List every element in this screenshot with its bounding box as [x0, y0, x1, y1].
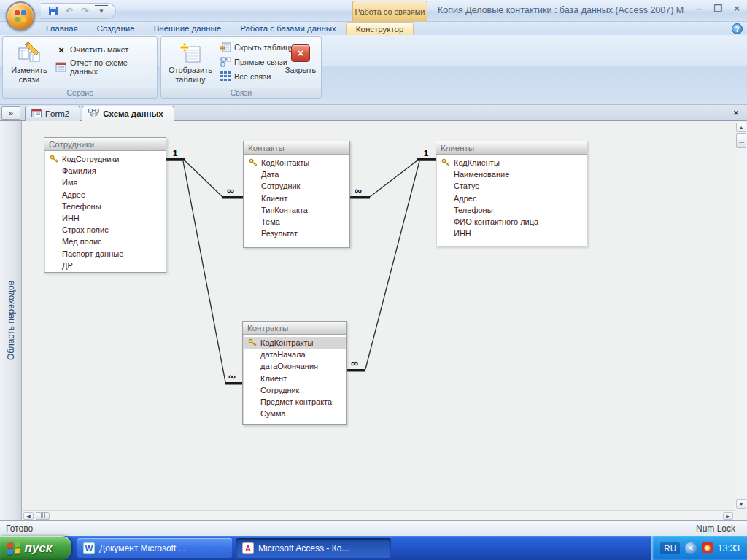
all-relationships-icon: [220, 71, 231, 82]
field-row[interactable]: Статус: [436, 180, 587, 192]
group-label-svyazi: Связи: [161, 88, 321, 98]
field-row[interactable]: Клиент: [244, 192, 349, 204]
taskbar-task-word[interactable]: WДокумент Microsoft ...: [77, 538, 232, 558]
field-row[interactable]: Сотрудник: [243, 384, 346, 396]
field-row[interactable]: Телефоны: [436, 204, 587, 216]
field-row[interactable]: КодКонтакты: [244, 157, 349, 168]
ribbon-tab-2[interactable]: Создание: [88, 22, 144, 35]
ribbon-tab-4[interactable]: Работа с базами данных: [231, 22, 346, 35]
scroll-left-icon[interactable]: ◀: [23, 512, 34, 520]
ribbon-tab-1[interactable]: Главная: [36, 22, 88, 35]
status-text: Готово: [0, 524, 33, 534]
scroll-up-icon[interactable]: ▲: [736, 122, 746, 132]
restore-button[interactable]: ❐: [712, 3, 724, 15]
redo-icon[interactable]: ↷: [79, 5, 92, 17]
edit-relationships-label: Изменить связи: [8, 66, 50, 85]
undo-icon[interactable]: ↶: [63, 5, 76, 17]
field-name: Сумма: [260, 409, 286, 418]
table-box-Клиенты[interactable]: КлиентыКодКлиентыНаименованиеСтатусАдрес…: [436, 141, 587, 246]
show-table-button[interactable]: Отобразить таблицу: [167, 39, 214, 88]
table-title: Контракты: [243, 322, 346, 335]
horizontal-scroll-thumb[interactable]: [36, 512, 50, 520]
field-row[interactable]: Тема: [244, 216, 349, 228]
language-indicator[interactable]: RU: [660, 542, 680, 554]
field-name: Статус: [454, 182, 479, 190]
start-button[interactable]: пуск: [0, 536, 71, 560]
cardinality-many-label: ∞: [355, 184, 362, 196]
field-row[interactable]: Дата: [244, 168, 349, 180]
horizontal-scrollbar[interactable]: ◀ ▶: [22, 510, 735, 520]
taskbar-task-access[interactable]: AMicrosoft Access - Ко...: [236, 538, 391, 558]
help-icon[interactable]: ?: [732, 23, 743, 34]
document-tab-form[interactable]: Form2: [25, 106, 80, 121]
field-row[interactable]: Паспорт данные: [44, 248, 166, 260]
direct-relationships-button[interactable]: Прямые связи: [220, 55, 287, 69]
scroll-right-icon[interactable]: ▶: [723, 512, 733, 520]
table-field-list: КодКонтрактыдатаНачаладатаОкончанияКлиен…: [243, 335, 346, 419]
ribbon-tab-5[interactable]: Конструктор: [346, 22, 414, 35]
table-box-Контакты[interactable]: КонтактыКодКонтактыДатаСотрудникКлиентТи…: [243, 141, 350, 248]
field-row[interactable]: Сумма: [243, 408, 346, 419]
vertical-scroll-thumb[interactable]: [736, 133, 746, 148]
field-row[interactable]: Адрес: [436, 192, 587, 204]
field-row[interactable]: ФИО контактного лица: [436, 216, 587, 228]
field-row[interactable]: датаНачала: [243, 349, 346, 360]
ribbon-tab-3[interactable]: Внешние данные: [144, 22, 231, 35]
field-row[interactable]: Мед полис: [44, 236, 166, 247]
relationship-link-Клиенты-Контракты[interactable]: 1∞: [347, 149, 436, 372]
scroll-down-icon[interactable]: ▼: [736, 499, 746, 509]
close-button[interactable]: ×: [731, 3, 743, 15]
field-row[interactable]: КодКлиенты: [436, 157, 587, 168]
relationships-canvas[interactable]: 1∞1∞1∞1∞ СотрудникиКодСотрудникиФамилияИ…: [22, 121, 735, 510]
field-row[interactable]: Клиент: [243, 373, 346, 384]
field-row[interactable]: Имя: [44, 176, 166, 188]
office-button[interactable]: [6, 1, 35, 31]
tray-app-icon[interactable]: [702, 542, 713, 553]
field-row[interactable]: Фамилия: [44, 165, 166, 176]
save-icon[interactable]: [47, 5, 60, 17]
field-row[interactable]: Сотрудник: [244, 180, 349, 192]
field-row[interactable]: КодКонтракты: [243, 337, 346, 349]
field-row[interactable]: Страх полис: [44, 224, 166, 236]
field-row[interactable]: Результат: [244, 228, 349, 239]
relationship-link-Сотрудники-Контакты[interactable]: 1∞: [166, 149, 243, 199]
customize-qat-icon[interactable]: ▼: [95, 5, 108, 17]
table-field-list: КодКлиентыНаименованиеСтатусАдресТелефон…: [436, 155, 587, 239]
field-row[interactable]: Наименование: [436, 168, 587, 180]
tray-chevron-icon[interactable]: <: [685, 542, 697, 554]
field-row[interactable]: Адрес: [44, 189, 166, 201]
field-row[interactable]: датаОкончания: [243, 360, 346, 372]
cardinality-many-label: ∞: [227, 184, 234, 196]
nav-pane-expander-button[interactable]: »: [1, 106, 20, 120]
minimize-button[interactable]: –: [693, 3, 705, 15]
relationship-link-Клиенты-Контакты[interactable]: 1∞: [350, 149, 436, 199]
navigation-pane-collapsed[interactable]: Область переходов: [0, 121, 22, 520]
edit-relationships-button[interactable]: Изменить связи: [6, 39, 53, 88]
field-row[interactable]: Предмет контракта: [243, 396, 346, 408]
field-name: датаОкончания: [260, 362, 318, 370]
document-tab-strip: » Form2Схема данных ×: [0, 105, 747, 121]
vertical-scrollbar[interactable]: ▲ ▼: [735, 121, 747, 510]
field-row[interactable]: КодСотрудники: [44, 153, 166, 165]
table-box-Контракты[interactable]: КонтрактыКодКонтрактыдатаНачаладатаОконч…: [242, 321, 347, 425]
document-tab-relationships[interactable]: Схема данных: [82, 106, 174, 121]
task-label: Документ Microsoft ...: [99, 543, 186, 553]
field-name: Тема: [261, 217, 280, 226]
navigation-pane-title: Область переходов: [0, 121, 22, 520]
access-icon: A: [242, 542, 254, 554]
clear-layout-button[interactable]: × Очистить макет: [55, 43, 128, 56]
field-row[interactable]: ТипКонтакта: [244, 204, 349, 216]
table-field-list: КодСотрудникиФамилияИмяАдресТелефоныИННС…: [44, 151, 166, 271]
field-row[interactable]: ИНН: [436, 228, 587, 239]
relationship-report-button[interactable]: Отчет по схеме данных: [55, 61, 157, 74]
close-relationships-button[interactable]: × Закрыть: [282, 39, 320, 88]
cardinality-many-label: ∞: [228, 370, 236, 382]
field-name: Паспорт данные: [62, 249, 123, 258]
table-box-Сотрудники[interactable]: СотрудникиКодСотрудникиФамилияИмяАдресТе…: [44, 137, 166, 273]
document-close-icon[interactable]: ×: [730, 107, 742, 119]
field-row[interactable]: Телефоны: [44, 201, 166, 212]
all-relationships-button[interactable]: Все связи: [220, 70, 271, 83]
field-row[interactable]: ИНН: [44, 212, 166, 224]
field-row[interactable]: ДР: [44, 260, 166, 271]
ribbon-group-svyazi: Отобразить таблицу Скрыть таблицу: [160, 36, 322, 99]
